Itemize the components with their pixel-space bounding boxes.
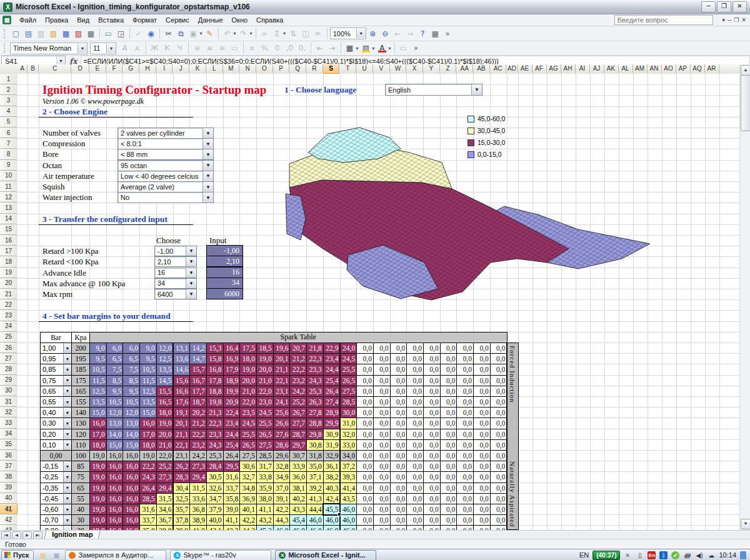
spark-cell[interactable]: 15,8 [206,353,224,364]
kpa-cell[interactable]: 130 [71,418,90,429]
zero-cell[interactable]: 0,0 [423,375,441,386]
spark-cell[interactable]: 16,0 [106,461,124,472]
spark-cell[interactable]: 21,0 [156,439,174,451]
sheet-canvas[interactable]: Ignition Timing Configurator - Startup m… [18,74,740,530]
restore-button[interactable]: ❐ [717,1,731,12]
transfer-dropdown-4[interactable]: 6400▼ [154,289,197,299]
column-header-AG[interactable]: AG [547,64,561,73]
toolbar-grip[interactable] [4,29,8,39]
spark-cell[interactable]: 22,3 [306,353,324,364]
zero-cell[interactable]: 0,0 [473,353,491,364]
chevron-down-icon[interactable]: ▼ [202,182,213,192]
zero-cell[interactable]: 0,0 [456,471,474,482]
vertical-scroll-thumb[interactable] [741,75,750,131]
spark-cell[interactable]: 33,9 [289,461,307,472]
row-header-7[interactable]: 7 [0,138,17,149]
transfer-dropdown-1[interactable]: 2,10▼ [154,256,197,267]
column-header-AA[interactable]: AA [456,64,473,73]
spark-cell[interactable]: 26,4 [223,450,241,461]
spark-cell[interactable]: 39,1 [273,493,291,504]
spark-cell[interactable]: 44,3 [273,514,291,526]
spark-cell[interactable]: 21,8 [306,342,324,354]
spark-cell[interactable]: 22,1 [173,439,191,451]
chevron-down-icon[interactable]: ▼ [63,429,71,439]
column-header-AC[interactable]: AC [490,64,507,73]
zero-cell[interactable]: 0,0 [423,353,441,364]
zero-cell[interactable]: 0,0 [456,342,474,354]
signal-icon[interactable]: ᚎ [683,551,691,559]
row-header-29[interactable]: 29 [0,375,17,386]
spark-cell[interactable]: 15,0 [122,439,140,451]
spark-cell[interactable]: 30,7 [289,450,307,461]
zero-cell[interactable]: 0,0 [440,396,458,408]
spark-cell[interactable]: 18,8 [206,386,224,397]
zero-cell[interactable]: 0,0 [473,461,491,472]
zero-cell[interactable]: 0,0 [456,386,474,397]
spark-cell[interactable]: 14,6 [173,364,191,375]
spark-cell[interactable]: 17,5 [239,342,257,354]
spelling-icon[interactable]: ✓ [132,28,144,39]
kpa-cell[interactable]: 155 [71,396,90,408]
zero-cell[interactable]: 0,0 [373,364,391,375]
zero-cell[interactable]: 0,0 [440,461,458,472]
spark-cell[interactable]: 43,5 [340,493,358,504]
spark-cell[interactable]: 9,5 [122,386,140,397]
zero-cell[interactable]: 0,0 [373,504,391,515]
spark-cell[interactable]: 36,1 [323,461,341,472]
spark-cell[interactable]: 27,5 [239,450,257,461]
spark-cell[interactable]: 19,8 [206,396,224,408]
spark-cell[interactable]: 27,7 [289,418,307,429]
row-header-19[interactable]: 19 [0,268,17,278]
save-icon[interactable]: ▦ [60,28,72,39]
spark-cell[interactable]: 24,3 [206,439,224,451]
spark-cell[interactable]: 42,2 [239,514,257,526]
spark-cell[interactable]: 31,5 [156,493,174,504]
spark-cell[interactable]: 44,4 [306,504,324,515]
column-header-AH[interactable]: AH [561,64,576,73]
spark-cell[interactable]: 37,8 [173,514,191,526]
chevron-up-icon[interactable]: « [624,551,632,559]
kpa-cell[interactable]: 75 [71,471,90,482]
chevron-down-icon[interactable]: ▼ [63,408,71,418]
spark-cell[interactable]: 25,3 [206,450,224,461]
spark-cell[interactable]: 26,5 [239,439,257,451]
spark-cell[interactable]: 22,4 [223,407,241,418]
spark-cell[interactable]: 15,5 [156,386,174,397]
zero-cell[interactable]: 0,0 [423,439,441,451]
spark-cell[interactable]: 37,9 [206,504,224,515]
spark-cell[interactable]: 17,0 [89,429,107,440]
spark-cell[interactable]: 24,4 [323,364,341,375]
column-header-AN[interactable]: AN [648,64,662,73]
spark-cell[interactable]: 19,0 [89,450,107,461]
spark-cell[interactable]: 10,5 [139,364,157,375]
column-header-AD[interactable]: AD [507,64,518,73]
spark-cell[interactable]: 24,2 [189,450,207,461]
spark-cell[interactable]: 17,7 [189,386,207,397]
open-workbook-icon[interactable]: ▤ [22,28,34,39]
chevron-down-icon[interactable]: ▼ [356,29,366,38]
battery-timer[interactable]: (40:37) [592,551,620,560]
stamp-icon[interactable]: ▩ [85,28,97,39]
spark-cell[interactable]: 12,5 [139,386,157,397]
chevron-down-icon[interactable]: ▼ [63,440,71,450]
transfer-dropdown-2[interactable]: 16▼ [154,268,197,278]
zero-cell[interactable]: 0,0 [373,493,391,504]
spark-cell[interactable]: 13,5 [89,396,107,408]
spark-cell[interactable]: 24,5 [340,353,358,364]
antivirus-icon[interactable]: ✔ [671,551,679,559]
spark-cell[interactable]: 12,5 [89,386,107,397]
zero-cell[interactable]: 0,0 [423,364,441,375]
row-header-30[interactable]: 30 [0,386,17,396]
zero-cell[interactable]: 0,0 [473,482,491,494]
spark-cell[interactable]: 31,0 [340,418,358,429]
zero-cell[interactable]: 0,0 [423,407,441,418]
spark-cell[interactable]: 28,4 [206,461,224,472]
zero-cell[interactable]: 0,0 [356,450,374,461]
row-header-22[interactable]: 22 [0,299,17,310]
zero-cell[interactable]: 0,0 [356,514,374,526]
engine-dropdown-5[interactable]: Average (2 valve)▼ [118,181,214,192]
spark-cell[interactable]: 19,0 [89,525,107,530]
zero-cell[interactable]: 0,0 [440,450,458,461]
zero-cell[interactable]: 0,0 [373,375,391,386]
spark-cell[interactable]: 21,2 [289,353,307,364]
